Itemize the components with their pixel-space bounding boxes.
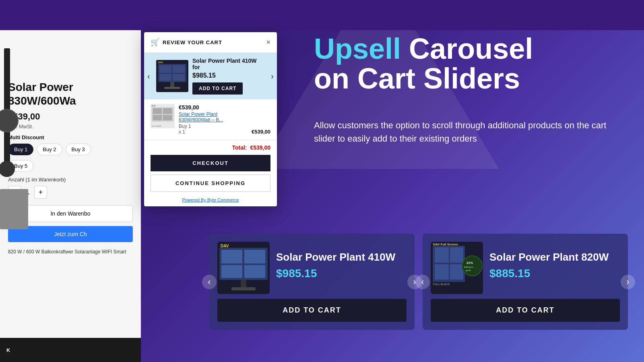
heading-carousel: Carousel [401,33,533,65]
svg-rect-23 [221,250,242,263]
cart-item-name: Solar Power Plant 830W/600Watt – B... [179,111,248,123]
cart-checkout-button[interactable]: CHECKOUT [151,155,270,171]
svg-text:FULL BLACK: FULL BLACK [152,125,161,127]
svg-rect-11 [164,87,180,89]
left-product-panel: Solar Power 830W/600Wa €539,00 inkl. MwS… [0,0,141,362]
svg-rect-33 [450,247,463,263]
cart-total-value: €539,00 [250,144,270,151]
cart-total: Total: €539,00 [144,140,277,155]
carousel-product-name-1: Solar Power Plant 410W [276,251,407,263]
cart-item-info: €539,00 Solar Power Plant 830W/600Watt –… [179,104,248,135]
svg-text:21%: 21% [466,261,473,265]
cart-modal: 🛒 REVIEW YOUR CART × ‹ DAV Solar Power P… [144,32,277,206]
modal-upsell-info: Solar Power Plant 410W for $985.15 ADD T… [192,58,265,95]
svg-rect-35 [450,264,463,280]
marketing-heading: Upsell Carousel on Cart Sliders [314,32,628,95]
svg-rect-32 [435,247,449,263]
right-marketing-panel: Upsell Carousel on Cart Sliders Allow cu… [290,0,644,362]
carousel-card-1: ‹ DAV Solar Power [209,234,415,330]
cart-item-svg: Full FULL BLACK [151,104,175,128]
svg-text:FULL BLACK: FULL BLACK [433,283,450,286]
carousel-card1-prev-button[interactable]: ‹ [202,275,217,289]
discount-btn-buy3[interactable]: Buy 3 [66,144,91,155]
left-bottom-bar: K [0,338,141,362]
svg-rect-3 [0,189,28,229]
svg-rect-17 [153,115,162,120]
carousel-product-price-1: $985.15 [276,267,407,280]
heading-upsell: Upsell [314,33,401,65]
carousel-card2-inner: 21% Effizienz grad DAV Full Screen FULL … [431,242,620,294]
upsell-product-svg: DAV [156,60,188,92]
svg-rect-25 [221,265,242,278]
svg-rect-0 [4,48,10,169]
carousel-card2-next-button[interactable]: › [621,275,635,289]
svg-point-2 [0,109,18,132]
cart-total-label: Total: [232,144,247,151]
modal-upsell-slider: ‹ DAV Solar Power Plant 410W for $985.15… [144,53,277,99]
cart-icon: 🛒 [151,38,159,47]
modal-upsell-next-button[interactable]: › [271,72,274,81]
cart-item-total: €539,00 [252,129,270,135]
svg-rect-27 [241,280,246,287]
svg-rect-9 [173,74,185,81]
cart-modal-header: 🛒 REVIEW YOUR CART × [144,32,277,53]
carousel-product-price-2: $885.15 [489,267,620,280]
product-description-left: 820 W / 600 W Balkonkraftwer Solaranlage… [8,249,133,255]
svg-rect-6 [159,65,171,73]
modal-upsell-add-to-cart-button[interactable]: ADD TO CART [192,82,243,95]
cart-modal-title: REVIEW YOUR CART [163,39,222,45]
product-svg [0,48,40,249]
svg-rect-8 [159,74,171,81]
svg-rect-18 [163,115,172,120]
svg-rect-16 [163,108,172,114]
svg-point-1 [0,161,15,177]
svg-rect-10 [170,82,174,87]
svg-text:DAV: DAV [221,244,229,248]
carousel-card-2: ‹ 21% Effizienz grad [423,234,628,330]
carousel-card2-prev-button[interactable]: ‹ [415,275,430,289]
product-image-left [0,48,40,249]
carousel-product-image-1: DAV [217,242,270,294]
carousel-product-info-2: Solar Power Plant 820W $885.15 [489,251,620,284]
carousel-card2-add-to-cart-button[interactable]: ADD TO CART [431,299,620,322]
modal-upsell-price: $985.15 [192,72,265,79]
cart-modal-title-group: 🛒 REVIEW YOUR CART [151,38,222,47]
svg-text:Effizienz: Effizienz [464,266,473,268]
carousel-product-image-2: 21% Effizienz grad DAV Full Screen FULL … [431,242,483,294]
carousel-card1-inner: DAV Solar Power Plant 410W $985.15 [217,242,407,294]
svg-rect-15 [153,108,162,114]
discount-btn-buy2[interactable]: Buy 2 [37,144,62,155]
cart-close-button[interactable]: × [266,38,270,47]
svg-rect-34 [435,264,449,280]
svg-rect-7 [173,65,185,73]
header-bar [0,0,644,30]
cart-item-qty: x 1 [179,129,248,135]
modal-upsell-prev-button[interactable]: ‹ [147,72,150,81]
heading-line2: on Cart Sliders [314,62,628,95]
svg-rect-26 [244,265,265,278]
svg-text:DAV Full Screen: DAV Full Screen [433,243,458,246]
modal-upsell-product-image: DAV [156,60,188,92]
carousel-product-svg-1: DAV [217,242,270,294]
carousel-product-info-1: Solar Power Plant 410W $985.15 [276,251,407,284]
svg-text:DAV: DAV [158,61,163,64]
carousel-product-name-2: Solar Power Plant 820W [489,251,620,263]
upsell-carousel: ‹ DAV Solar Power [193,234,644,330]
svg-rect-24 [244,250,265,263]
cart-continue-shopping-button[interactable]: CONTINUE SHOPPING [151,175,270,192]
svg-text:grad: grad [466,269,471,272]
cart-item-image: Full FULL BLACK [151,104,175,128]
cart-item-price: €539,00 [179,104,248,111]
left-bottom-bar-text: K [6,347,10,353]
svg-text:Full: Full [152,105,155,107]
marketing-subtext: Allow customers the option to scroll thr… [314,119,628,145]
svg-rect-28 [231,287,256,290]
cart-powered-by[interactable]: Powered By Byte Commerce [144,195,277,206]
carousel-card1-add-to-cart-button[interactable]: ADD TO CART [217,299,407,322]
cart-item: Full FULL BLACK €539,00 Solar Power Plan… [144,99,277,140]
cart-item-buy-qty: Buy 1 [179,123,248,129]
modal-upsell-name: Solar Power Plant 410W for [192,58,265,70]
carousel-product-svg-2: 21% Effizienz grad DAV Full Screen FULL … [431,242,483,294]
